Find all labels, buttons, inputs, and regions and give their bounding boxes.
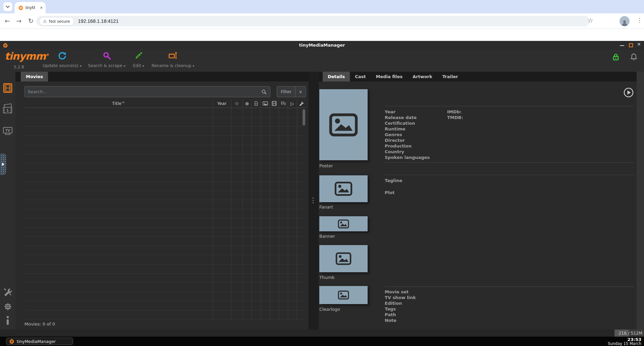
table-row[interactable]: [24, 292, 306, 301]
table-row[interactable]: [24, 246, 306, 255]
play-trailer-button[interactable]: [623, 87, 634, 98]
rail-item-movie-sets[interactable]: 1: [0, 102, 15, 117]
close-button[interactable]: ✕: [637, 42, 641, 47]
field-label: Note: [385, 318, 416, 323]
profile-avatar[interactable]: [620, 16, 630, 26]
back-icon[interactable]: ←: [5, 17, 10, 24]
table-row[interactable]: [24, 163, 306, 172]
banner-label: Banner: [319, 234, 335, 239]
tab-trailer[interactable]: Trailer: [437, 72, 463, 81]
banner-artwork[interactable]: [319, 216, 368, 231]
novnc-handle[interactable]: [0, 154, 6, 175]
minimize-button[interactable]: [620, 45, 624, 46]
tab-media-files[interactable]: Media files: [371, 72, 408, 81]
table-row[interactable]: [24, 108, 306, 117]
field-label: TMDB:: [447, 115, 463, 120]
table-row[interactable]: [24, 145, 306, 154]
column-header-nfo[interactable]: [252, 101, 261, 106]
update-sources-button[interactable]: Update source(s) ▾: [37, 50, 87, 71]
movie-sets-icon: 1: [2, 103, 13, 116]
movie-table-header: Title^ Year ☆ ⊕: [24, 99, 306, 108]
movie-table-body[interactable]: [24, 108, 306, 320]
table-row[interactable]: [24, 191, 306, 200]
poster-artwork[interactable]: [319, 89, 368, 160]
rail-item-tv-shows[interactable]: TV: [0, 123, 15, 138]
rail-item-movies[interactable]: [0, 80, 15, 95]
rail-item-settings[interactable]: [0, 299, 15, 314]
fanart-artwork[interactable]: [319, 175, 368, 202]
forward-icon[interactable]: →: [16, 17, 21, 24]
table-row[interactable]: [24, 265, 306, 274]
table-row[interactable]: [24, 173, 306, 182]
tab-close-icon[interactable]: ✕: [40, 6, 43, 10]
table-row[interactable]: [24, 228, 306, 237]
rename-cleanup-button[interactable]: Rename & cleanup ▾: [147, 50, 199, 71]
url-bar[interactable]: ⚠ Not secure 192.168.1.18:4121: [36, 16, 590, 26]
table-row[interactable]: [24, 127, 306, 136]
tmm-taskbar-icon: [9, 339, 14, 344]
clearlogo-artwork[interactable]: [319, 286, 368, 304]
wrench-icon: [299, 101, 304, 106]
table-scrollbar-thumb[interactable]: [303, 109, 305, 125]
movie-search-input[interactable]: Search...: [24, 86, 270, 97]
table-row[interactable]: [24, 301, 306, 310]
lock-button[interactable]: [611, 52, 621, 62]
app-version: 5.2.8: [14, 65, 24, 69]
column-separator: [279, 99, 279, 320]
reload-icon[interactable]: ↻: [28, 17, 34, 24]
tab-movies[interactable]: Movies: [21, 72, 48, 81]
table-row[interactable]: [24, 209, 306, 218]
column-header-trailer[interactable]: [270, 101, 279, 106]
notifications-button[interactable]: [629, 52, 638, 61]
table-row[interactable]: [24, 136, 306, 145]
tab-artwork[interactable]: Artwork: [408, 72, 437, 81]
memory-indicator: 216 / 512M: [614, 330, 644, 337]
filter-chevron-icon[interactable]: ∨: [296, 89, 306, 94]
browser-tab[interactable]: tinyM ✕: [15, 2, 46, 13]
tab-search-button[interactable]: [3, 2, 12, 11]
bookmark-star-icon[interactable]: ☆: [588, 17, 593, 24]
column-header-edited[interactable]: [297, 101, 306, 106]
column-header-title[interactable]: Title^: [24, 101, 213, 106]
maximize-button[interactable]: [629, 43, 633, 47]
taskbar-app-button[interactable]: tinyMediaManager: [6, 338, 73, 345]
table-row[interactable]: [24, 283, 306, 292]
table-row[interactable]: [24, 154, 306, 163]
details-scrollbar-track[interactable]: [637, 72, 644, 330]
column-separator: [297, 99, 297, 320]
rail-item-about[interactable]: [0, 313, 15, 328]
table-row[interactable]: [24, 219, 306, 228]
column-header-watched[interactable]: ⊕: [243, 101, 252, 106]
poster-label: Poster: [319, 163, 333, 168]
table-row[interactable]: [24, 200, 306, 209]
table-row[interactable]: [24, 310, 306, 320]
table-row[interactable]: [24, 237, 306, 246]
column-separator: [261, 99, 261, 320]
star-icon: ☆: [234, 101, 239, 107]
table-row[interactable]: [24, 274, 306, 283]
column-header-watched-play[interactable]: ▷: [288, 101, 297, 106]
dropdown-caret-icon: ▾: [143, 64, 144, 68]
info-icon: [5, 316, 11, 325]
chat-icon: [281, 101, 286, 106]
field-label: Tags: [385, 306, 416, 312]
dropdown-caret-icon: ▾: [193, 64, 194, 68]
panel-splitter[interactable]: [311, 196, 315, 205]
tab-details[interactable]: Details: [323, 72, 350, 81]
table-row[interactable]: [24, 182, 306, 191]
filter-button[interactable]: Filter ∨: [277, 86, 306, 97]
thumb-artwork[interactable]: [319, 245, 368, 272]
tab-cast[interactable]: Cast: [350, 72, 371, 81]
column-header-images[interactable]: [261, 101, 270, 106]
screen: tinyM ✕ ← → ↻ ⚠ Not secure 192.168.1.18:…: [0, 0, 644, 346]
table-row[interactable]: [24, 255, 306, 264]
column-header-year[interactable]: Year: [213, 101, 231, 106]
column-header-rating[interactable]: ☆: [231, 101, 243, 107]
browser-menu-icon[interactable]: ⋮: [637, 17, 642, 23]
rail-item-tools[interactable]: [0, 285, 15, 299]
column-header-subtitles[interactable]: [279, 101, 288, 106]
field-label: Runtime: [385, 126, 430, 132]
table-row[interactable]: [24, 117, 306, 126]
field-label: TV show link: [385, 295, 416, 300]
security-chip[interactable]: ⚠ Not secure: [39, 17, 74, 25]
